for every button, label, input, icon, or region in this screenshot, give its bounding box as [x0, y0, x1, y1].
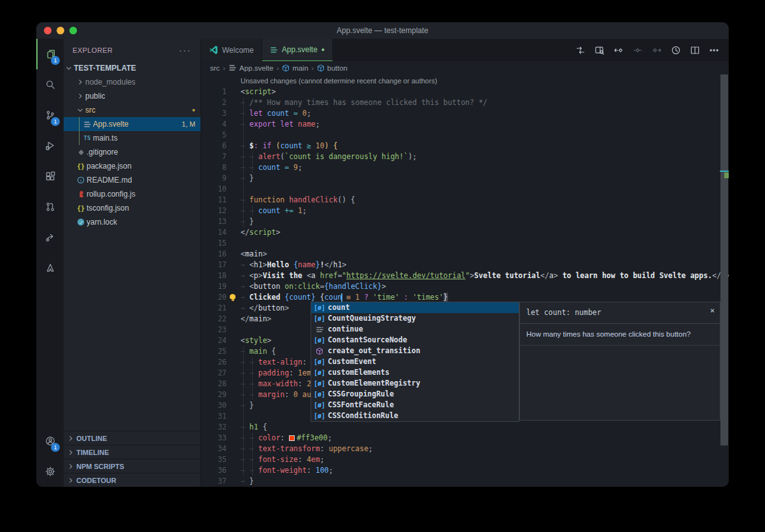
previous-change-button[interactable] — [610, 42, 627, 59]
suggest-item-constantsourcenode[interactable]: [ø]ConstantSourceNode — [311, 335, 519, 346]
suggest-item-continue[interactable]: continue — [311, 324, 519, 335]
activity-extensions-button[interactable] — [36, 161, 64, 192]
next-change-button[interactable] — [649, 42, 665, 59]
code-line-13[interactable]: 13→ } — [201, 216, 729, 227]
suggest-item-create_out_transition[interactable]: create_out_transition — [311, 346, 519, 356]
tree-item-package-json[interactable]: {}package.json — [64, 159, 200, 173]
tree-item-yarn-lock[interactable]: yarn.lock — [64, 215, 200, 229]
suggest-item-count[interactable]: [ø]count — [311, 302, 519, 313]
code-line-5[interactable]: 5 — [201, 130, 729, 141]
tree-item-node-modules[interactable]: node_modules — [64, 75, 200, 89]
pull-request-icon — [45, 202, 55, 212]
tree-item-readme-md[interactable]: README.md — [64, 173, 200, 187]
line-number: 28 — [201, 379, 227, 389]
activity-source-control-button[interactable]: 1 — [36, 100, 64, 130]
code-line-7[interactable]: 7→ → alert(`count is dangerously high!`)… — [201, 151, 729, 162]
suggest-item-countqueuingstrategy[interactable]: [ø]CountQueuingStrategy — [311, 313, 519, 324]
suggest-item-customevent[interactable]: [ø]CustomEvent — [311, 356, 519, 367]
tree-item-app-svelte[interactable]: App.svelte1, M — [64, 117, 200, 131]
breadcrumb-item-button[interactable]: button — [317, 64, 347, 72]
code-line-35[interactable]: 35→ → font-size: 4em; — [201, 454, 729, 465]
code-line-10[interactable]: 10 — [201, 184, 729, 195]
code-line-6[interactable]: 6→ $: if (count ≥ 10) { — [201, 141, 729, 151]
current-change-button[interactable] — [629, 42, 646, 59]
code-line-15[interactable]: 15 — [201, 238, 729, 249]
sidebar-title: EXPLORER — [73, 46, 113, 54]
code-line-9[interactable]: 9→ } — [201, 173, 729, 184]
code-editor[interactable]: Unsaved changes (cannot determine recent… — [201, 74, 729, 487]
code-line-34[interactable]: 34→ → text-transform: uppercase; — [201, 444, 729, 454]
breadcrumb-item-src[interactable]: src — [210, 64, 220, 72]
close-icon[interactable]: × — [710, 305, 715, 316]
tree-item--gitignore[interactable]: .gitignore — [64, 145, 200, 159]
tree-item-label: rollup.config.js — [87, 190, 136, 199]
code-line-33[interactable]: 33→ → color: #ff3e00; — [201, 433, 729, 444]
tree-item-tsconfig-json[interactable]: {}tsconfig.json — [64, 201, 200, 215]
sidebar-more-actions[interactable]: ··· — [179, 45, 192, 55]
code-line-1[interactable]: 1<script> — [201, 87, 729, 97]
suggest-item-cssgroupingrule[interactable]: [ø]CSSGroupingRule — [311, 389, 519, 400]
tree-item-main-ts[interactable]: TSmain.ts — [64, 131, 200, 145]
lightbulb-icon[interactable] — [230, 294, 235, 299]
code-line-4[interactable]: 4→ export let name; — [201, 119, 729, 130]
tab-app-svelte[interactable]: App.svelte● — [262, 39, 333, 61]
activity-azure-button[interactable] — [36, 253, 64, 283]
tree-indent-guide — [79, 117, 80, 131]
code-line-18[interactable]: 18→ <p>Visit the <a href="https://svelte… — [201, 270, 729, 281]
suggest-item-cssconditionrule[interactable]: [ø]CSSConditionRule — [311, 410, 519, 421]
suggest-item-customelements[interactable]: [ø]customElements — [311, 367, 519, 378]
breadcrumb-item-main[interactable]: main — [282, 64, 308, 72]
title-bar[interactable]: App.svelte — test-template — [36, 22, 729, 39]
suggest-item-cssfontfacerule[interactable]: [ø]CSSFontFaceRule — [311, 400, 519, 410]
breadcrumb-item-app-svelte[interactable]: App.svelte — [228, 64, 274, 72]
suggest-item-label: CountQueuingStrategy — [328, 313, 416, 324]
code-line-32[interactable]: 32→ h1 { — [201, 422, 729, 433]
section-outline[interactable]: OUTLINE — [64, 431, 200, 445]
activity-account-button[interactable]: 1 — [36, 426, 64, 456]
activity-search-button[interactable] — [36, 69, 64, 100]
activity-settings-gear-button[interactable] — [36, 456, 64, 487]
open-changes-button[interactable] — [572, 42, 589, 59]
timer-button[interactable] — [668, 42, 684, 59]
svelte-file-icon — [270, 46, 278, 54]
editor-scrollbar[interactable] — [720, 74, 729, 487]
code-line-2[interactable]: 2→ /** How many times has someone clicke… — [201, 97, 729, 108]
activity-pull-request-button[interactable] — [36, 192, 64, 222]
tab-welcome[interactable]: Welcome — [201, 39, 262, 61]
suggest-item-customelementregistry[interactable]: [ø]CustomElementRegistry — [311, 378, 519, 389]
line-number: 26 — [201, 357, 227, 368]
activity-files-button[interactable]: 1 — [36, 39, 64, 69]
tree-item-src[interactable]: src● — [64, 103, 200, 117]
section-npm-scripts[interactable]: NPM SCRIPTS — [64, 459, 200, 473]
code-line-11[interactable]: 11→ function handleClick() { — [201, 195, 729, 206]
code-line-19[interactable]: 19→ <button on:click={handleClick}> — [201, 281, 729, 292]
suggest-item-label: continue — [328, 324, 363, 335]
code-line-36[interactable]: 36→ → font-weight: 100; — [201, 465, 729, 476]
code-line-16[interactable]: 16<main> — [201, 249, 729, 260]
section-label: TIMELINE — [76, 449, 109, 456]
symbol-variable-icon: [ø] — [314, 400, 325, 410]
more-actions-button[interactable] — [706, 42, 722, 59]
code-line-14[interactable]: 14</script> — [201, 227, 729, 238]
code-line-8[interactable]: 8→ → count = 9; — [201, 162, 729, 173]
section-codetour[interactable]: CODETOUR — [64, 473, 200, 487]
open-preview-button[interactable] — [591, 42, 608, 59]
code-line-12[interactable]: 12→ → count += 1; — [201, 206, 729, 216]
tree-item-label: package.json — [87, 162, 132, 171]
more-actions-icon — [709, 45, 719, 55]
tree-root-test-template[interactable]: TEST-TEMPLATE — [64, 61, 200, 75]
activity-live-share-button[interactable] — [36, 222, 64, 253]
git-status-badge: 1, M — [182, 120, 195, 128]
tree-item-public[interactable]: public — [64, 89, 200, 103]
tree-item-label: App.svelte — [93, 120, 129, 129]
suggest-item-label: CustomEvent — [328, 356, 376, 367]
code-line-3[interactable]: 3→ let count = 0; — [201, 108, 729, 119]
tree-item-rollup-config-js[interactable]: rollup.config.js — [64, 187, 200, 201]
code-line-37[interactable]: 37→ } — [201, 476, 729, 487]
section-timeline[interactable]: TIMELINE — [64, 445, 200, 459]
scrollbar-thumb[interactable] — [720, 74, 728, 445]
activity-run-debug-button[interactable] — [36, 130, 64, 161]
suggest-item-label: create_out_transition — [328, 346, 420, 356]
split-editor-button[interactable] — [687, 42, 703, 59]
code-line-17[interactable]: 17→ <h1>Hello {name}!</h1> — [201, 260, 729, 270]
